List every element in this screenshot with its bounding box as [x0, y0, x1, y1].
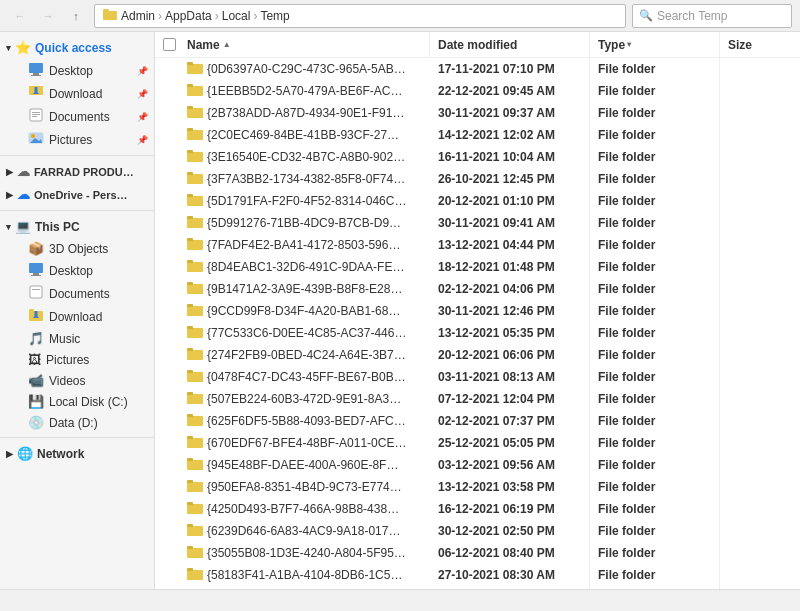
- file-name: {0478F4C7-DC43-45FF-BE67-B0B735D...: [207, 370, 407, 384]
- chevron-right-icon: ▶: [6, 167, 13, 177]
- music-icon: 🎵: [28, 331, 44, 346]
- svg-rect-41: [187, 240, 203, 250]
- sidebar-farrad-header[interactable]: ▶ ☁ FARRAD PRODUCTION: [0, 160, 154, 183]
- table-row[interactable]: {6239D646-6A83-4AC9-9A18-017A433... 30-1…: [155, 520, 800, 542]
- file-date-cell: 20-12-2021 06:06 PM: [430, 344, 590, 366]
- folder-icon: [187, 281, 203, 297]
- svg-rect-16: [29, 263, 43, 273]
- folder-icon: [187, 61, 203, 77]
- table-row[interactable]: {7FADF4E2-BA41-4172-8503-596E7978... 13-…: [155, 234, 800, 256]
- forward-button[interactable]: →: [36, 4, 60, 28]
- desktop-icon: [28, 262, 44, 279]
- table-row[interactable]: {625F6DF5-5B88-4093-BED7-AFC387F9... 02-…: [155, 410, 800, 432]
- table-row[interactable]: {1EEBB5D2-5A70-479A-BE6F-ACFC06F... 22-1…: [155, 80, 800, 102]
- file-date: 30-11-2021 09:37 AM: [438, 106, 555, 120]
- sidebar-network-header[interactable]: ▶ 🌐 Network: [0, 442, 154, 465]
- table-row[interactable]: {5D991276-71BB-4DC9-B7CB-D9D8BD... 30-11…: [155, 212, 800, 234]
- file-name: {7FADF4E2-BA41-4172-8503-596E7978...: [207, 238, 407, 252]
- file-date-cell: 13-12-2021 03:58 PM: [430, 476, 590, 498]
- content-area: Name ▲ Date modified Type ▾ Size: [155, 32, 800, 589]
- sidebar-item-documents-pc[interactable]: Documents: [0, 282, 154, 305]
- file-type: File folder: [598, 194, 655, 208]
- sidebar-onedrive-header[interactable]: ▶ ☁ OneDrive - Personal: [0, 183, 154, 206]
- table-row[interactable]: {274F2FB9-0BED-4C24-A64E-3B7356B5... 20-…: [155, 344, 800, 366]
- back-button[interactable]: ←: [8, 4, 32, 28]
- table-row[interactable]: {58183F41-A1BA-4104-8DB6-1C54758... 27-1…: [155, 564, 800, 586]
- sidebar-item-label: Documents: [49, 287, 110, 301]
- col-header-name[interactable]: Name ▲: [183, 32, 430, 57]
- sidebar-item-download-pc[interactable]: Download: [0, 305, 154, 328]
- row-checkbox-col: [155, 217, 183, 230]
- search-box[interactable]: 🔍 Search Temp: [632, 4, 792, 28]
- up-button[interactable]: ↑: [64, 4, 88, 28]
- sidebar-item-pictures-quick[interactable]: Pictures 📌: [0, 128, 154, 151]
- chevron-down-icon: ▾: [6, 222, 11, 232]
- col-type-label: Type: [598, 38, 625, 52]
- table-row[interactable]: {0D6397A0-C29C-473C-965A-5AB92FF... 17-1…: [155, 58, 800, 80]
- col-header-date[interactable]: Date modified: [430, 32, 590, 57]
- table-row[interactable]: {8D4EABC1-32D6-491C-9DAA-FED6C6... 18-12…: [155, 256, 800, 278]
- row-checkbox-col: [155, 547, 183, 560]
- sidebar-item-videos[interactable]: 📹 Videos: [0, 370, 154, 391]
- sidebar-thispc-header[interactable]: ▾ 💻 This PC: [0, 215, 154, 238]
- table-row[interactable]: {35055B08-1D3E-4240-A804-5F95F73E... 06-…: [155, 542, 800, 564]
- table-row[interactable]: {0478F4C7-DC43-45FF-BE67-B0B735D... 03-1…: [155, 366, 800, 388]
- sidebar-quick-access-header[interactable]: ▾ ⭐ Quick access: [0, 36, 154, 59]
- table-row[interactable]: {77C533C6-D0EE-4C85-AC37-4465B1B... 13-1…: [155, 322, 800, 344]
- sidebar-item-3dobjects[interactable]: 📦 3D Objects: [0, 238, 154, 259]
- file-date-cell: 13-12-2021 05:35 PM: [430, 322, 590, 344]
- sidebar-item-datad[interactable]: 💿 Data (D:): [0, 412, 154, 433]
- file-date: 03-11-2021 08:13 AM: [438, 370, 555, 384]
- file-type-cell: File folder: [590, 256, 720, 278]
- breadcrumb-local[interactable]: Local: [222, 9, 251, 23]
- file-type-cell: File folder: [590, 366, 720, 388]
- folder-icon: [187, 413, 203, 429]
- table-row[interactable]: {507EB224-60B3-472D-9E91-8A361C6F... 07-…: [155, 388, 800, 410]
- sidebar-item-desktop-pc[interactable]: Desktop: [0, 259, 154, 282]
- table-row[interactable]: {945E48BF-DAEE-400A-960E-8FC0C5F... 03-1…: [155, 454, 800, 476]
- breadcrumb-admin[interactable]: Admin: [121, 9, 155, 23]
- sidebar-item-music[interactable]: 🎵 Music: [0, 328, 154, 349]
- file-date-cell: 30-11-2021 12:46 PM: [430, 300, 590, 322]
- file-type-cell: File folder: [590, 212, 720, 234]
- file-name-cell: {0478F4C7-DC43-45FF-BE67-B0B735D...: [183, 369, 430, 385]
- table-row[interactable]: {2C0EC469-84BE-41BB-93CF-27A6F4E... 14-1…: [155, 124, 800, 146]
- sidebar-item-documents-quick[interactable]: Documents 📌: [0, 105, 154, 128]
- file-date-cell: 22-12-2021 09:45 AM: [430, 80, 590, 102]
- sidebar-item-label: Pictures: [46, 353, 89, 367]
- select-all-checkbox[interactable]: [163, 38, 176, 51]
- sidebar-item-desktop-quick[interactable]: Desktop 📌: [0, 59, 154, 82]
- svg-rect-25: [187, 64, 203, 74]
- table-row[interactable]: {3F7A3BB2-1734-4382-85F8-0F740B71... 26-…: [155, 168, 800, 190]
- file-date-cell: 02-12-2021 04:06 PM: [430, 278, 590, 300]
- table-row[interactable]: {3E16540E-CD32-4B7C-A8B0-9020F65... 16-1…: [155, 146, 800, 168]
- table-row[interactable]: {4250D493-B7F7-466A-98B8-438A9C4... 16-1…: [155, 498, 800, 520]
- table-row[interactable]: {9B1471A2-3A9E-439B-B8F8-E28CBA4... 02-1…: [155, 278, 800, 300]
- sidebar-item-pictures-pc[interactable]: 🖼 Pictures: [0, 349, 154, 370]
- table-row[interactable]: {950EFA8-8351-4B4D-9C73-E77450D3... 13-1…: [155, 476, 800, 498]
- table-row[interactable]: {670EDF67-BFE4-48BF-A011-0CED9B4... 25-1…: [155, 432, 800, 454]
- table-row[interactable]: {5D1791FA-F2F0-4F52-8314-046C9C8D... 20-…: [155, 190, 800, 212]
- breadcrumb-appdata[interactable]: AppData: [165, 9, 212, 23]
- row-checkbox-col: [155, 503, 183, 516]
- file-date-cell: 16-11-2021 10:04 AM: [430, 146, 590, 168]
- file-type: File folder: [598, 128, 655, 142]
- sidebar-item-download-quick[interactable]: Download 📌: [0, 82, 154, 105]
- breadcrumb-temp[interactable]: Temp: [260, 9, 289, 23]
- folder-icon: [187, 215, 203, 231]
- address-bar[interactable]: Admin › AppData › Local › Temp: [94, 4, 626, 28]
- table-row[interactable]: {2B738ADD-A87D-4934-90E1-F91F226... 30-1…: [155, 102, 800, 124]
- sidebar-item-localc[interactable]: 💾 Local Disk (C:): [0, 391, 154, 412]
- svg-rect-33: [187, 152, 203, 162]
- sidebar-item-label: Data (D:): [49, 416, 98, 430]
- col-header-size[interactable]: Size: [720, 32, 800, 57]
- svg-rect-0: [103, 11, 117, 20]
- file-size-cell: [720, 432, 800, 454]
- file-date: 27-10-2021 08:30 AM: [438, 568, 555, 582]
- col-header-type[interactable]: Type ▾: [590, 32, 720, 57]
- file-type: File folder: [598, 84, 655, 98]
- file-type-cell: File folder: [590, 344, 720, 366]
- table-row[interactable]: {9CCD99F8-D34F-4A20-BAB1-6841C51... 30-1…: [155, 300, 800, 322]
- svg-rect-32: [187, 128, 193, 131]
- sidebar: ▾ ⭐ Quick access Desktop 📌 Download 📌 Do…: [0, 32, 155, 589]
